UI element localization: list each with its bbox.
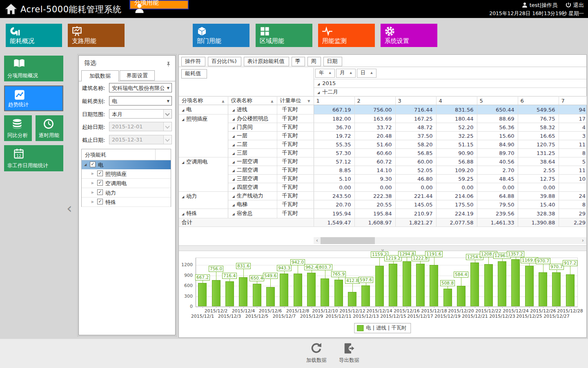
day-header-1[interactable]: 1 xyxy=(314,96,354,105)
horizontal-scrollbar[interactable]: ‹ › xyxy=(314,237,586,244)
tree-label: 空调用电 xyxy=(105,180,127,187)
value-cell: 58.32 xyxy=(518,123,559,132)
expanded-triangle-icon[interactable]: ◢ xyxy=(84,163,87,166)
tree-row-root[interactable]: ◢✓电 xyxy=(82,160,171,169)
table-row[interactable]: ◢电梯千瓦时20.7020.55145.05175.5079.5015.408 xyxy=(179,200,586,209)
sidebar-tile-2[interactable]: 趋势统计 xyxy=(4,85,63,111)
bar-value-label: 831.6 xyxy=(236,263,251,269)
checkbox[interactable]: ✓ xyxy=(97,189,103,195)
table-row[interactable]: ◢照明插座◢办公楼照明总千瓦时182.00163.69167.25180.448… xyxy=(179,114,586,123)
field-select-2[interactable]: 电▼ xyxy=(109,96,172,105)
chart-bar xyxy=(430,265,438,306)
tree-label: 电 xyxy=(98,162,103,169)
chart-bar xyxy=(348,292,356,306)
group-row-2[interactable]: ◢十二月 xyxy=(314,88,586,96)
table-row[interactable]: ◢一层千瓦时19.7220.4837.5032.2515.6016.653 xyxy=(179,132,586,140)
sidebar-tile-5[interactable]: 12非工作日用能统计 xyxy=(4,145,63,171)
toolbar-chip-6[interactable]: 日期 xyxy=(323,57,342,66)
toolbar-chip-2[interactable]: 百分比(%) xyxy=(208,57,241,66)
checkbox[interactable]: ✓ xyxy=(97,199,103,204)
group-row-1[interactable]: ◢2015 xyxy=(314,79,586,88)
value-cell-clipped: 11 xyxy=(559,166,586,175)
nav-tile-5[interactable]: 区域用能 xyxy=(256,24,312,47)
day-header-5[interactable]: 5 xyxy=(477,96,518,105)
column-header-3[interactable]: 计量单位▼ xyxy=(277,96,314,105)
day-header-6[interactable]: 6 xyxy=(518,96,559,105)
table-row[interactable]: ◢门房间千瓦时36.7033.7248.7252.2056.3658.324 xyxy=(179,123,586,132)
day-header-4[interactable]: 4 xyxy=(436,96,477,105)
tree-row-child-4[interactable]: ▶✓特殊 xyxy=(82,197,171,207)
day-header-3[interactable]: 3 xyxy=(395,96,436,105)
pivot-button-日[interactable]: 日▲ xyxy=(357,69,376,78)
table-row[interactable]: ◢电◢进线千瓦时667.19756.00716.44831.56650.4454… xyxy=(179,105,586,114)
toolbar-chip-5[interactable]: 周 xyxy=(307,57,321,66)
toolbar-chip-4[interactable]: 季 xyxy=(292,57,305,66)
sidebar-collapse-chevron[interactable]: ‹ xyxy=(67,201,72,215)
table-row[interactable]: ◢二层空调千瓦时8.8514.1052.05109.202.702.5511 xyxy=(179,166,586,175)
tree-row-child-2[interactable]: ▶✓空调用电 xyxy=(82,179,171,188)
table-row[interactable]: ◢空调用电◢一层空调千瓦时57.1260.7260.0056.8840.5638… xyxy=(179,157,586,166)
nav-tile-4[interactable]: 部门用能 xyxy=(193,24,249,47)
pivot-button-月[interactable]: 月▲ xyxy=(336,69,356,78)
expanded-triangle-icon: ◢ xyxy=(232,117,235,121)
table-row[interactable]: ◢二层千瓦时55.3551.6058.2051.1584.90120.7511 xyxy=(179,140,586,149)
x-axis-tick xyxy=(570,307,570,308)
day-header-7[interactable]: 7 xyxy=(559,96,586,105)
sidebar-tile-4[interactable]: 逐时用能 xyxy=(36,115,63,141)
table-row[interactable]: ◢动力◢生产线动力千瓦时243.50222.38221.44214.0664.8… xyxy=(179,192,586,200)
nav-tile-3[interactable]: 分项用能 xyxy=(129,0,189,9)
export-data-button[interactable]: 导出数据 xyxy=(335,342,363,364)
sidebar-tile-1[interactable]: 分项用能概况 xyxy=(4,56,63,81)
checkbox[interactable]: ✓ xyxy=(90,162,96,167)
collapsed-triangle-icon[interactable]: ▶ xyxy=(91,200,94,204)
checkbox[interactable]: ✓ xyxy=(97,171,103,176)
nav-tile-6[interactable]: 用能监测 xyxy=(318,24,375,47)
field-select-1[interactable]: 安科瑞电气股份有限公司▼ xyxy=(109,83,172,92)
table-row[interactable]: ◢特殊◢宿舍总千瓦时195.94195.84210.97224.19239.56… xyxy=(179,209,586,218)
column-header-2[interactable]: 仪表名称▲ xyxy=(228,96,277,105)
filter-field-row: 截止日期:2015-12-31 xyxy=(79,135,175,144)
tab-load-data[interactable]: 加载数据 xyxy=(81,70,119,81)
nav-tile-1[interactable]: 能耗概况 xyxy=(6,24,62,47)
tree-row-child-1[interactable]: ▶✓照明插座 xyxy=(82,169,171,179)
table-row[interactable]: ◢三层千瓦时57.3060.6056.8590.9089.70131.258 xyxy=(179,149,586,157)
chart-splitter[interactable]: ∨ xyxy=(179,245,586,251)
nav-tile-2[interactable]: 支路用能 xyxy=(68,24,125,47)
bar-value-label: 667.2 xyxy=(195,274,210,280)
toolbar-chip-1[interactable]: 操作符 xyxy=(181,57,205,66)
tree-row-child-3[interactable]: ▶✓动力 xyxy=(82,188,171,197)
value-cell: 5.10 xyxy=(314,175,354,183)
value-cell: 36.70 xyxy=(314,123,354,132)
load-data-button[interactable]: 加载数据 xyxy=(302,342,331,364)
tab-ui-settings[interactable]: 界面设置 xyxy=(120,70,155,81)
scrollbar-thumb[interactable] xyxy=(321,237,375,244)
table-row[interactable]: ◢三层空调千瓦时5.109.3046.8059.2548.4512.7510 xyxy=(179,175,586,183)
toolbar-chip-3[interactable]: 表计原始能耗值 xyxy=(244,57,289,66)
logout-button[interactable]: 退出 xyxy=(573,2,584,9)
power-icon[interactable] xyxy=(566,2,571,9)
filter-panel: 筛选 加载数据 界面设置 建筑名称:安科瑞电气股份有限公司▼能耗类别:电▼日期范… xyxy=(78,55,176,335)
main-panel: 操作符百分比(%)表计原始能耗值季周日期 能耗值 年▲月▲日▲◢2015◢十二月… xyxy=(178,54,587,338)
pivot-button-年[interactable]: 年▲ xyxy=(315,69,335,78)
collapsed-triangle-icon[interactable]: ▶ xyxy=(91,191,94,194)
nav-tile-label: 部门用能 xyxy=(197,37,221,45)
collapsed-triangle-icon[interactable]: ▶ xyxy=(91,172,94,175)
home-icon[interactable] xyxy=(5,3,17,17)
measure-chip[interactable]: 能耗值 xyxy=(181,69,207,79)
value-cell: 650.44 xyxy=(477,105,518,114)
collapsed-triangle-icon[interactable]: ▶ xyxy=(91,181,94,185)
table-row[interactable]: ◢四层空调千瓦时0.000.000.000.000.000.00 xyxy=(179,183,586,192)
column-header-1[interactable]: 分项名称▲ xyxy=(179,96,228,105)
scroll-left-arrow[interactable]: ‹ xyxy=(314,237,321,244)
checkbox[interactable]: ✓ xyxy=(97,180,103,186)
value-cell: 182.00 xyxy=(314,114,354,123)
day-header-2[interactable]: 2 xyxy=(354,96,395,105)
scroll-right-arrow[interactable]: › xyxy=(579,237,586,244)
sidebar-tile-3[interactable]: 同比分析 xyxy=(4,115,32,141)
field-select-3[interactable]: 本月 xyxy=(109,109,172,119)
pin-icon[interactable] xyxy=(166,61,171,68)
label-connector xyxy=(502,259,503,261)
value-cell-clipped: 5 xyxy=(559,157,586,166)
value-cell: 167.25 xyxy=(395,114,436,123)
nav-tile-7[interactable]: 系统设置 xyxy=(381,24,437,47)
